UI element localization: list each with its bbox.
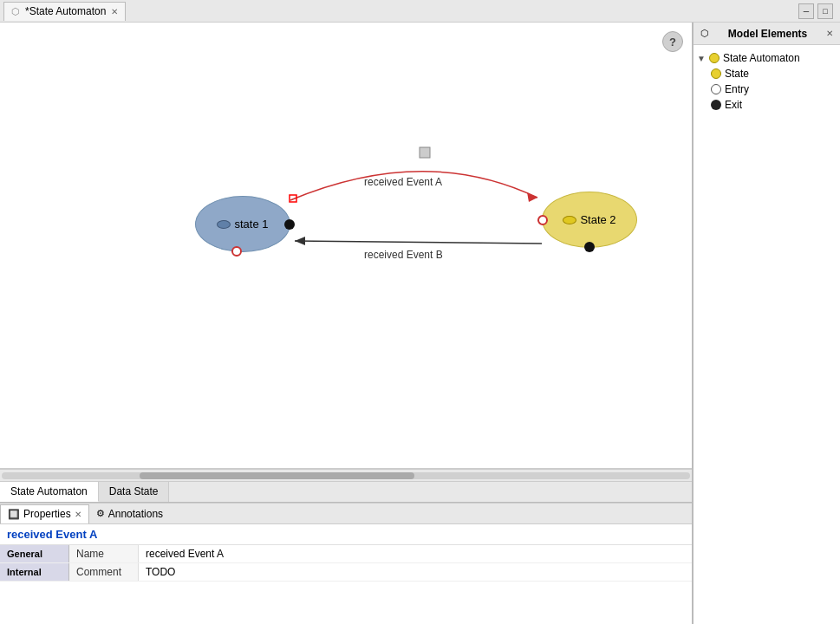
model-panel-icon: ⬡ (700, 28, 709, 39)
h-scrollbar[interactable] (0, 469, 692, 481)
annotations-icon: ⚙ (96, 508, 105, 519)
svg-text:received Event A: received Event A (364, 176, 442, 188)
state-1-exit-dot (284, 219, 295, 230)
tree-item-root[interactable]: ▼ State Automaton (697, 50, 837, 66)
scrollbar-thumb[interactable] (140, 472, 415, 479)
state-icon (711, 68, 721, 79)
state-2-exit-dot (584, 242, 595, 252)
state-1-icon (217, 220, 231, 229)
props-row-comment: Internal Comment TODO (0, 563, 692, 582)
arrow2-label: received Event B (364, 249, 443, 261)
model-panel: ⬡ Model Elements ✕ ▼ State Automaton Sta… (693, 23, 840, 624)
tab-state-automaton[interactable]: State Automaton (0, 482, 99, 502)
diagram-canvas[interactable]: ? received Event A received Event B (0, 23, 692, 469)
model-panel-close[interactable]: ✕ (826, 29, 833, 38)
state-automaton-tab-close[interactable]: ✕ (111, 7, 118, 16)
state-1-label: state 1 (234, 218, 268, 231)
tab-annotations[interactable]: ⚙ Annotations (89, 504, 170, 523)
entry-icon (711, 84, 721, 94)
top-tab-bar: ⬡ *State Automaton ✕ ─ □ (0, 0, 840, 23)
arrow1-label: received Event A (364, 176, 442, 188)
properties-panel: 🔲 Properties ✕ ⚙ Annotations received Ev… (0, 503, 692, 624)
state-automaton-icon (709, 53, 720, 63)
svg-text:received Event B: received Event B (364, 249, 443, 261)
model-panel-header: ⬡ Model Elements ✕ (693, 23, 840, 45)
tree-item-state[interactable]: State (711, 66, 837, 81)
state-1-entry-dot (231, 246, 242, 257)
exit-icon (711, 100, 721, 110)
props-value-name[interactable]: received Event A (139, 545, 692, 562)
svg-rect-6 (290, 195, 296, 202)
properties-icon: 🔲 (8, 509, 20, 520)
tree-item-exit[interactable]: Exit (711, 97, 837, 113)
props-tab-bar: 🔲 Properties ✕ ⚙ Annotations (0, 504, 692, 524)
model-panel-title: Model Elements (728, 28, 807, 40)
svg-rect-5 (420, 147, 430, 158)
tree-state-label: State (725, 68, 749, 80)
state-2-label: State 2 (580, 213, 615, 226)
properties-tab-close[interactable]: ✕ (75, 510, 81, 519)
state-2-icon (563, 216, 576, 224)
minimize-button[interactable]: ─ (798, 3, 814, 19)
scrollbar-track (2, 472, 690, 479)
props-value-comment[interactable]: TODO (139, 563, 692, 581)
model-tree: ▼ State Automaton State Entry Exi (693, 45, 840, 118)
tree-entry-label: Entry (725, 83, 749, 95)
tab-properties[interactable]: 🔲 Properties ✕ (0, 504, 89, 523)
diagram-tabs: State Automaton Data State (0, 481, 692, 503)
help-button[interactable]: ? (662, 31, 683, 52)
svg-line-0 (295, 241, 542, 244)
diagram-panel: ? received Event A received Event B (0, 23, 693, 624)
props-title: received Event A (0, 524, 692, 545)
state-1-node[interactable]: state 1 (195, 196, 290, 252)
props-table: General Name received Event A Internal C… (0, 545, 692, 582)
props-section-internal: Internal (0, 563, 69, 581)
tree-collapse-arrow: ▼ (697, 54, 706, 63)
state-automaton-tab-icon: ⬡ (11, 6, 20, 17)
svg-marker-1 (295, 237, 305, 245)
state-2-entry-dot (537, 215, 548, 225)
svg-marker-2 (527, 192, 537, 202)
tab-data-state[interactable]: Data State (99, 482, 170, 502)
props-section-general: General (0, 545, 69, 562)
props-label-name: Name (69, 545, 139, 562)
maximize-button[interactable]: □ (817, 3, 833, 19)
tree-item-entry[interactable]: Entry (711, 81, 837, 97)
props-label-comment: Comment (69, 563, 139, 581)
state-automaton-tab-label: *State Automaton (25, 5, 106, 17)
state-automaton-tab[interactable]: ⬡ *State Automaton ✕ (3, 2, 126, 21)
tree-root-label: State Automaton (723, 52, 800, 64)
props-row-name: General Name received Event A (0, 545, 692, 563)
state-2-node[interactable]: State 2 (542, 192, 637, 248)
tree-exit-label: Exit (725, 99, 742, 111)
main-layout: ? received Event A received Event B (0, 23, 840, 624)
tree-children: State Entry Exit (711, 66, 837, 113)
